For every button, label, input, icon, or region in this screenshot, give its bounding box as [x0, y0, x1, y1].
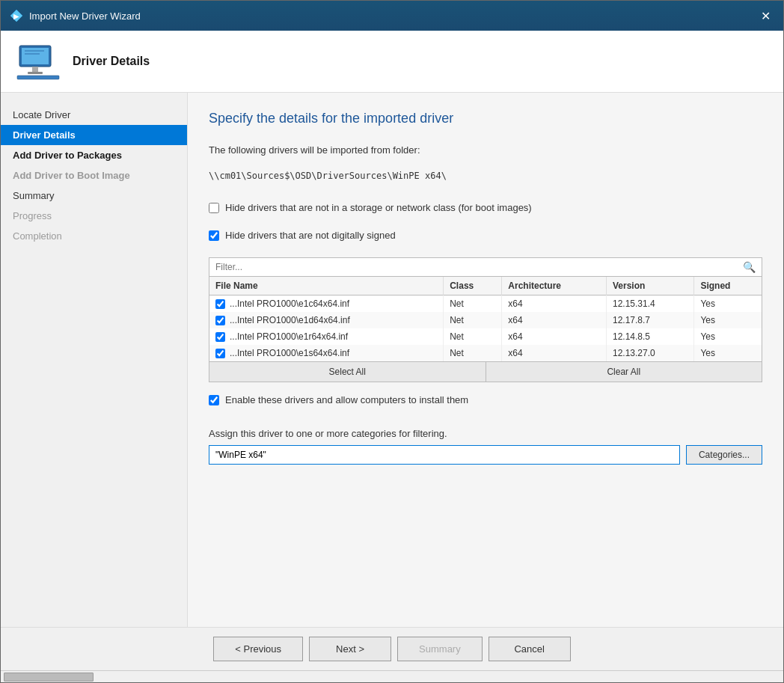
svg-rect-5 [28, 72, 43, 74]
col-arch: Architecture [502, 277, 607, 295]
bottom-scroll-bar[interactable] [1, 670, 783, 682]
hide-non-storage-checkbox[interactable] [209, 203, 219, 213]
cell-arch-1: x64 [502, 312, 607, 328]
cell-filename-0: ...Intel PRO1000\e1c64x64.inf [209, 295, 444, 313]
cell-arch-3: x64 [502, 345, 607, 361]
cancel-button[interactable]: Cancel [489, 637, 571, 661]
driver-table-body: ...Intel PRO1000\e1c64x64.inf Net x64 12… [209, 295, 762, 362]
categories-row: Categories... [209, 445, 762, 465]
horizontal-scrollbar-thumb[interactable] [4, 673, 94, 682]
svg-text:▶: ▶ [13, 13, 19, 20]
wizard-body: Locate Driver Driver Details Add Driver … [1, 93, 783, 627]
cell-arch-0: x64 [502, 295, 607, 313]
filter-input[interactable] [215, 262, 740, 272]
row-checkbox-2[interactable] [215, 332, 225, 342]
sidebar-item-add-to-boot-image[interactable]: Add Driver to Boot Image [1, 165, 187, 186]
select-all-button[interactable]: Select All [209, 362, 486, 382]
sidebar-item-completion: Completion [1, 226, 187, 246]
svg-rect-7 [25, 50, 44, 52]
cell-class-2: Net [444, 328, 502, 345]
table-header-row: File Name Class Architecture Version Sig… [209, 277, 762, 295]
cell-class-0: Net [444, 295, 502, 313]
row-checkbox-1[interactable] [215, 316, 225, 325]
categories-section: Assign this driver to one or more catego… [209, 428, 762, 465]
categories-label: Assign this driver to one or more catego… [209, 428, 762, 439]
driver-table: File Name Class Architecture Version Sig… [209, 277, 762, 361]
sidebar-item-add-to-packages[interactable]: Add Driver to Packages [1, 145, 187, 165]
hide-non-storage-row: Hide drivers that are not in a storage o… [209, 202, 762, 213]
import-path-value: \\cm01\Sources$\OSD\DriverSources\WinPE … [209, 171, 762, 181]
svg-rect-4 [32, 67, 38, 72]
cell-signed-3: Yes [694, 345, 762, 361]
cell-class-3: Net [444, 345, 502, 361]
summary-button[interactable]: Summary [397, 637, 483, 661]
enable-drivers-row: Enable these drivers and allow computers… [209, 394, 762, 405]
previous-button[interactable]: < Previous [213, 637, 303, 661]
table-row: ...Intel PRO1000\e1c64x64.inf Net x64 12… [209, 295, 762, 313]
cell-version-0: 12.15.31.4 [607, 295, 694, 313]
svg-rect-6 [17, 76, 59, 79]
wizard-header: Driver Details [1, 31, 783, 93]
cell-version-2: 12.14.8.5 [607, 328, 694, 345]
sidebar-item-progress: Progress [1, 206, 187, 226]
sidebar-item-locate-driver[interactable]: Locate Driver [1, 105, 187, 125]
wizard-window: ▶ Import New Driver Wizard ✕ Driver Deta… [0, 0, 784, 683]
hide-unsigned-checkbox[interactable] [209, 230, 219, 241]
table-row: ...Intel PRO1000\e1r64x64.inf Net x64 12… [209, 328, 762, 345]
cell-arch-2: x64 [502, 328, 607, 345]
row-checkbox-3[interactable] [215, 349, 225, 358]
enable-drivers-checkbox[interactable] [209, 395, 219, 405]
hide-unsigned-row: Hide drivers that are not digitally sign… [209, 230, 762, 241]
select-clear-row: Select All Clear All [209, 361, 762, 382]
driver-list-section: 🔍 File Name Class Architecture Version S… [209, 257, 762, 382]
import-path-label: The following drivers will be imported f… [209, 144, 762, 156]
next-button[interactable]: Next > [309, 637, 391, 661]
svg-rect-8 [25, 53, 40, 55]
cell-filename-2: ...Intel PRO1000\e1r64x64.inf [209, 328, 444, 345]
cell-class-1: Net [444, 312, 502, 328]
col-class: Class [444, 277, 502, 295]
header-title: Driver Details [73, 55, 150, 68]
col-signed: Signed [694, 277, 762, 295]
title-bar: ▶ Import New Driver Wizard ✕ [1, 1, 783, 31]
hide-non-storage-label[interactable]: Hide drivers that are not in a storage o… [225, 202, 532, 213]
wizard-footer: < Previous Next > Summary Cancel [1, 627, 783, 670]
cell-version-1: 12.17.8.7 [607, 312, 694, 328]
cell-signed-2: Yes [694, 328, 762, 345]
main-content: Specify the details for the imported dri… [188, 93, 783, 627]
window-title: Import New Driver Wizard [29, 10, 141, 22]
driver-table-wrapper[interactable]: File Name Class Architecture Version Sig… [209, 277, 762, 361]
cell-signed-0: Yes [694, 295, 762, 313]
computer-icon [16, 43, 61, 80]
cell-filename-3: ...Intel PRO1000\e1s64x64.inf [209, 345, 444, 361]
categories-input[interactable] [209, 445, 680, 465]
sidebar: Locate Driver Driver Details Add Driver … [1, 93, 188, 627]
search-icon: 🔍 [743, 261, 756, 273]
sidebar-item-driver-details[interactable]: Driver Details [1, 125, 187, 145]
cell-filename-1: ...Intel PRO1000\e1d64x64.inf [209, 312, 444, 328]
table-row: ...Intel PRO1000\e1s64x64.inf Net x64 12… [209, 345, 762, 361]
categories-button[interactable]: Categories... [686, 445, 762, 465]
cell-version-3: 12.13.27.0 [607, 345, 694, 361]
enable-drivers-label[interactable]: Enable these drivers and allow computers… [225, 394, 468, 405]
sidebar-item-summary[interactable]: Summary [1, 186, 187, 206]
close-button[interactable]: ✕ [756, 7, 774, 25]
clear-all-button[interactable]: Clear All [486, 362, 762, 382]
col-version: Version [607, 277, 694, 295]
title-bar-left: ▶ Import New Driver Wizard [10, 9, 141, 22]
main-title: Specify the details for the imported dri… [209, 111, 762, 126]
row-checkbox-0[interactable] [215, 299, 225, 309]
filter-bar: 🔍 [209, 258, 762, 277]
wizard-icon: ▶ [10, 9, 23, 22]
col-filename: File Name [209, 277, 444, 295]
hide-unsigned-label[interactable]: Hide drivers that are not digitally sign… [225, 230, 396, 241]
cell-signed-1: Yes [694, 312, 762, 328]
table-row: ...Intel PRO1000\e1d64x64.inf Net x64 12… [209, 312, 762, 328]
